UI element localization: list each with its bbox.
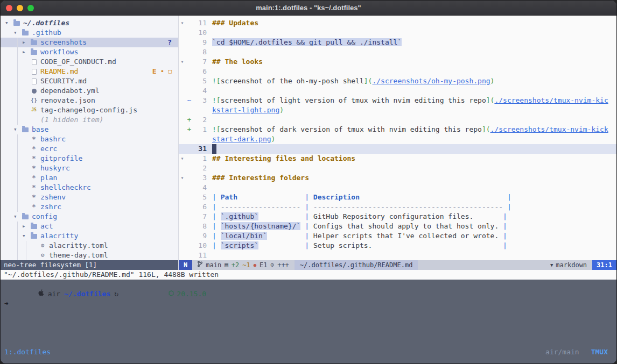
tree-item-github[interactable]: ▾.github	[1, 28, 178, 38]
chevron-right-icon[interactable]: ▸	[22, 47, 30, 57]
editor-line[interactable]: 7| `.github` | GitHub Repository configu…	[179, 212, 616, 222]
line-text: ## Interesting files and locations	[212, 154, 355, 163]
editor-line[interactable]: ▾1## Interesting files and locations	[179, 154, 616, 163]
tree-item-ecrc[interactable]: *ecrc	[1, 144, 178, 154]
tree-item-base[interactable]: ▾base	[1, 125, 178, 134]
editor-line[interactable]: 10| `scripts` | Setup scripts. |	[179, 241, 616, 251]
statusline-extra: +++	[277, 260, 289, 270]
asterisk-icon: *	[30, 134, 38, 144]
editor-line[interactable]: 9`cd $HOME/.dotfiles && git pull && ./in…	[179, 38, 616, 47]
tree-item-theme-day-toml[interactable]: ⚙theme-day.toml	[1, 251, 178, 260]
tree-item-config[interactable]: ▾config	[1, 212, 178, 222]
shell-pane[interactable]: air ~/.dotfiles ↻ 20.15.0 ➜ 1:.dotfiles …	[1, 280, 616, 363]
chevron-down-icon[interactable]: ▾	[13, 28, 21, 38]
chevron-right-icon[interactable]: ▸	[22, 38, 30, 47]
editor-line[interactable]: 6	[179, 67, 616, 76]
line-number: 3	[193, 96, 207, 105]
editor-line[interactable]: 10	[179, 28, 616, 38]
text-segment-pipe: |	[212, 212, 221, 220]
sign-column	[186, 38, 193, 47]
folder-icon	[30, 40, 38, 45]
minimize-button[interactable]	[17, 5, 23, 11]
editor-line[interactable]: 6| ------------------- | ---------------…	[179, 202, 616, 212]
sign-column	[186, 231, 193, 241]
editor-line[interactable]: ▾11### Updates	[179, 18, 616, 28]
sign-column	[186, 67, 193, 76]
text-segment-text	[237, 193, 300, 201]
tree-item-act[interactable]: ▸act	[1, 222, 178, 231]
tree-item-tag-changelog-config-js[interactable]: JStag-changelog-config.js	[1, 105, 178, 115]
zoom-button[interactable]	[27, 5, 34, 11]
shell-prompt: air ~/.dotfiles ↻ 20.15.0	[4, 289, 616, 299]
text-segment-text: Configs that should apply to that host o…	[313, 222, 503, 230]
chevron-right-icon[interactable]: ▸	[22, 222, 30, 231]
sign-column	[186, 105, 193, 115]
fold-column	[179, 183, 186, 192]
chevron-down-icon[interactable]: ▾	[13, 212, 21, 222]
line-text: | `hosts/{hostname}/` | Configs that sho…	[212, 222, 507, 231]
fold-column	[179, 144, 186, 154]
editor-line[interactable]: 31	[179, 144, 616, 154]
line-number: 3	[193, 173, 207, 183]
git-untracked-badge: ?	[167, 38, 172, 47]
tree-item-zshenv[interactable]: *zshenv	[1, 192, 178, 202]
editor-line[interactable]: 5| Path | Description |	[179, 192, 616, 202]
tree-item-dotfiles[interactable]: ▾~/.dotfiles	[1, 18, 178, 28]
text-segment-h: ### Interesting folders	[212, 174, 309, 182]
editor-line[interactable]: ▾7## The looks	[179, 57, 616, 67]
tree-item-alacritty[interactable]: ▾alacritty	[1, 231, 178, 241]
tree-item-readme-md[interactable]: README.mdE•□	[1, 67, 178, 76]
editor-line[interactable]: 5![screenshot of the oh-my-posh shell](.…	[179, 76, 616, 86]
tree-item-label: (1 hidden item)	[40, 115, 103, 125]
editor-line[interactable]: 8| `hosts/{hostname}/` | Configs that sh…	[179, 222, 616, 231]
fold-chevron-icon[interactable]: ▾	[179, 18, 186, 28]
tree-item-security-md[interactable]: SECURITY.md	[1, 76, 178, 86]
tree-item-screenshots[interactable]: ▸screenshots?	[1, 38, 178, 47]
chevron-down-icon[interactable]: ▾	[5, 18, 12, 28]
cursor-position: 31:1	[592, 260, 616, 270]
tree-item-label: ~/.dotfiles	[23, 18, 69, 28]
sign-column	[186, 144, 193, 154]
line-number: 2	[193, 115, 207, 125]
tree-item-badges: ?	[167, 38, 178, 47]
editor-buffer[interactable]: ▾11### Updates109`cd $HOME/.dotfiles && …	[179, 16, 616, 260]
editor-line[interactable]: ~3![screenshot of light version of tmux …	[179, 96, 616, 105]
editor-line[interactable]: 8	[179, 47, 616, 57]
text-segment-pipe: |	[300, 232, 313, 240]
fold-chevron-icon[interactable]: ▾	[179, 57, 186, 67]
tree-item-alacritty-toml[interactable]: ⚙alacritty.toml	[1, 241, 178, 251]
editor-line[interactable]: +1![screenshot of dark version of tmux w…	[179, 125, 616, 134]
editor-line[interactable]: 2	[179, 163, 616, 173]
editor-line[interactable]: 11	[179, 251, 616, 260]
tree-item-renovate-json[interactable]: {}renovate.json	[1, 96, 178, 105]
tree-item-gitprofile[interactable]: *gitprofile	[1, 154, 178, 163]
editor-line[interactable]: kstart-light.png)	[179, 105, 616, 115]
editor-line[interactable]: +2	[179, 115, 616, 125]
tree-item-zshrc[interactable]: *zshrc	[1, 202, 178, 212]
js-icon: JS	[30, 105, 38, 115]
tree-item-shellcheckrc[interactable]: *shellcheckrc	[1, 183, 178, 192]
fold-column	[179, 251, 186, 260]
close-button[interactable]	[6, 5, 12, 11]
tmux-window-tab[interactable]: 1:.dotfiles	[4, 347, 51, 357]
chevron-down-icon[interactable]: ▾	[22, 231, 30, 241]
line-number: 1	[193, 154, 207, 163]
statusline: N main ▤ +2 ~1 ● E1 ⊙ +++ ~/.dotfiles/.g…	[179, 260, 616, 270]
tree-item-workflows[interactable]: ▸workflows	[1, 47, 178, 57]
tree-item-huskyrc[interactable]: *huskyrc	[1, 163, 178, 173]
editor-line[interactable]: 4	[179, 86, 616, 96]
tree-item-plan[interactable]: *plan	[1, 173, 178, 183]
editor-line[interactable]: 4	[179, 183, 616, 192]
tree-item-dependabot-yml[interactable]: dependabot.yml	[1, 86, 178, 96]
tree-item-1-hidden-item[interactable]: (1 hidden item)	[1, 115, 178, 125]
text-segment-pipe: |	[212, 222, 221, 230]
chevron-down-icon[interactable]: ▾	[13, 125, 21, 134]
tree-item-code-of-conduct-md[interactable]: CODE_OF_CONDUCT.md	[1, 57, 178, 67]
editor-line[interactable]: ▾3### Interesting folders	[179, 173, 616, 183]
fold-chevron-icon[interactable]: ▾	[179, 154, 186, 163]
editor-line[interactable]: start-dark.png)	[179, 134, 616, 144]
line-text: start-dark.png)	[212, 134, 275, 144]
editor-line[interactable]: 9| `local/bin` | Helper scripts that I'v…	[179, 231, 616, 241]
fold-chevron-icon[interactable]: ▾	[179, 173, 186, 183]
tree-item-bashrc[interactable]: *bashrc	[1, 134, 178, 144]
